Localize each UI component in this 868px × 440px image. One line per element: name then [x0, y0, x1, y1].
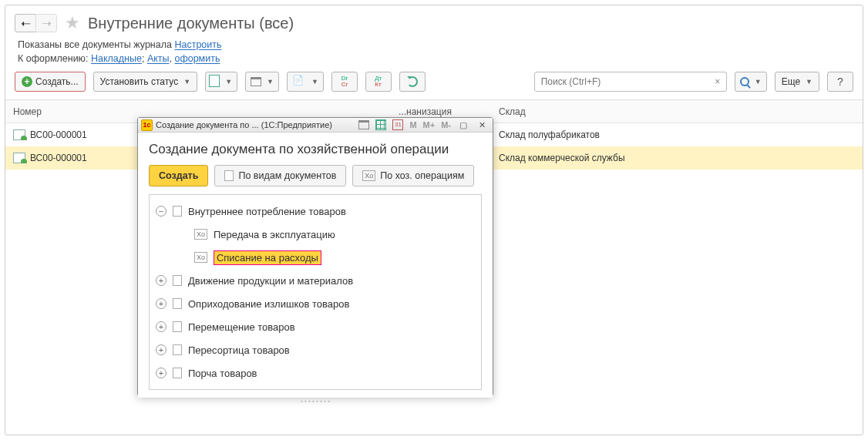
dialog-titlebar[interactable]: 1c Создание документа по ... (1С:Предпри… — [138, 118, 493, 133]
nav-group: 🠐 🠒 — [15, 14, 57, 32]
favorite-icon[interactable]: ★ — [65, 13, 80, 33]
close-button[interactable]: ✕ — [474, 120, 490, 130]
doc-status-icon — [13, 153, 25, 163]
tree-item[interactable]: −Внутреннее потребление товаров — [153, 200, 478, 223]
create-label: Создать... — [35, 76, 79, 87]
question-icon: ? — [837, 76, 843, 88]
cell-store: Склад коммерческой службы — [491, 153, 691, 163]
tree-item-label: Движение продукции и материалов — [188, 275, 353, 287]
tree-item-label: Оприходование излишков товаров — [188, 298, 349, 310]
cell-store: Склад полуфабрикатов — [491, 129, 691, 140]
tb-print-icon[interactable] — [357, 118, 371, 132]
dialog-button-row: Создать По видам документов Хо По хоз. о… — [149, 165, 482, 186]
mem-mplus-button[interactable]: M+ — [422, 120, 437, 129]
create-button[interactable]: + Создать... — [15, 72, 86, 92]
dialog-content: Создание документа по хозяйственной опер… — [138, 133, 493, 398]
tree-item-label: Передача в эксплуатацию — [214, 229, 335, 240]
spacer — [177, 252, 188, 263]
create-doc-dialog: 1c Создание документа по ... (1С:Предпри… — [137, 117, 493, 396]
search-input[interactable] — [535, 76, 709, 87]
chevron-down-icon: ▼ — [806, 78, 812, 86]
tree-item-label: Списание на расходы — [214, 250, 321, 265]
toolbar: + Создать... Установить статус ▼ ▼ ▼ 📄 ▼… — [5, 65, 863, 99]
tree-item[interactable]: +Движение продукции и материалов — [153, 269, 478, 292]
document-icon — [173, 206, 182, 217]
expand-icon[interactable]: + — [156, 321, 167, 332]
copy-icon — [210, 76, 220, 87]
drkt-button-1[interactable]: DrCr — [331, 72, 358, 92]
drkt-button-2[interactable]: ДтКт — [365, 72, 392, 92]
tree-item[interactable]: +Оприходование излишков товаров — [153, 292, 478, 315]
tree-item[interactable]: ХоПередача в эксплуатацию — [153, 223, 478, 246]
document-icon — [173, 368, 182, 378]
chevron-down-icon: ▼ — [755, 78, 762, 86]
mem-m-button[interactable]: M — [408, 120, 418, 129]
search-button[interactable]: ▼ — [735, 72, 767, 92]
expand-icon[interactable]: + — [156, 368, 167, 378]
drkt-icon: ДтКт — [375, 76, 382, 88]
tree-item[interactable]: +Порча товаров — [153, 361, 478, 385]
report-button[interactable]: 📄 ▼ — [287, 72, 324, 92]
chevron-down-icon: ▼ — [225, 78, 232, 86]
app-icon: 1c — [141, 119, 153, 131]
more-button[interactable]: Еще ▼ — [775, 72, 819, 92]
format-link[interactable]: оформить — [174, 53, 220, 64]
minimize-button[interactable]: ▢ — [456, 120, 471, 130]
col-store[interactable]: Склад — [491, 106, 691, 117]
sep1: ; — [142, 53, 147, 64]
col-org[interactable]: ...нанизация — [391, 106, 491, 117]
tree-item-label: Внутреннее потребление товаров — [188, 206, 346, 217]
chevron-down-icon: ▼ — [267, 78, 274, 86]
by-operations-button[interactable]: Хо По хоз. операциям — [352, 165, 474, 186]
tb-calendar-icon[interactable]: 31 — [391, 118, 405, 132]
xo-icon: Хо — [194, 252, 207, 263]
nav-forward-button[interactable]: 🠒 — [35, 14, 57, 32]
tree-item[interactable]: ХоСписание на расходы — [153, 246, 478, 269]
printer-icon — [251, 77, 261, 86]
document-icon — [173, 321, 182, 332]
expand-icon[interactable]: + — [156, 275, 167, 286]
nav-back-button[interactable]: 🠐 — [15, 14, 36, 32]
acts-link[interactable]: Акты — [147, 53, 170, 64]
drkt-icon: DrCr — [341, 76, 348, 88]
dialog-title: Создание документа по ... (1С:Предприяти… — [156, 120, 332, 129]
create-label: Создать — [159, 170, 198, 181]
tree-item-label: Порча товаров — [188, 368, 257, 379]
col-number[interactable]: Номер — [5, 106, 136, 117]
clear-search-button[interactable]: × — [709, 76, 726, 87]
help-button[interactable]: ? — [827, 72, 853, 92]
page-title: Внутренние документы (все) — [88, 15, 294, 32]
spacer — [177, 229, 188, 240]
dialog-create-button[interactable]: Создать — [149, 165, 208, 186]
tb-grid-icon[interactable] — [374, 118, 388, 132]
configure-link[interactable]: Настроить — [174, 39, 221, 50]
report-icon: 📄 — [292, 75, 306, 89]
tree-item[interactable]: +Пересортица товаров — [153, 338, 478, 361]
copy-button[interactable]: ▼ — [205, 72, 237, 92]
print-button[interactable]: ▼ — [245, 72, 279, 92]
info2-prefix: К оформлению: — [18, 53, 91, 64]
tree-item[interactable]: +Перемещение товаров — [153, 315, 478, 338]
plus-icon: + — [22, 76, 32, 87]
info-line-2: К оформлению: Накладные; Акты, оформить — [5, 52, 863, 65]
doc-status-icon — [13, 129, 25, 140]
cell-num: ВС00-000001 — [30, 129, 87, 140]
document-icon — [173, 344, 182, 355]
refresh-button[interactable] — [399, 72, 426, 92]
invoices-link[interactable]: Накладные — [91, 53, 142, 64]
mem-mminus-button[interactable]: M- — [439, 120, 453, 129]
set-status-button[interactable]: Установить статус ▼ — [93, 72, 198, 92]
operation-tree[interactable]: −Внутреннее потребление товаровХоПередач… — [149, 194, 482, 390]
document-icon — [173, 275, 182, 286]
document-icon — [224, 170, 234, 181]
document-icon — [173, 298, 182, 309]
resize-handle[interactable]: • • • • • • • • — [138, 398, 493, 404]
collapse-icon[interactable]: − — [156, 206, 167, 217]
search-box: × — [534, 72, 727, 92]
xo-icon: Хо — [362, 170, 375, 181]
chevron-down-icon: ▼ — [183, 78, 190, 86]
info-line-1: Показаны все документы журнала Настроить — [5, 38, 863, 52]
expand-icon[interactable]: + — [156, 344, 167, 355]
by-doc-types-button[interactable]: По видам документов — [214, 165, 346, 186]
expand-icon[interactable]: + — [156, 298, 167, 309]
